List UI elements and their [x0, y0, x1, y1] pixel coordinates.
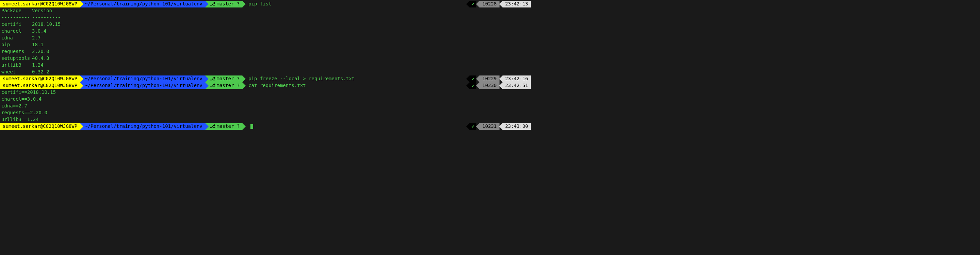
user-host-segment: sumeet.sarkar@C02Q10WJG8WP [0, 1, 80, 8]
arrow-icon [476, 1, 479, 8]
output-row: requests2.20.0 [0, 48, 531, 55]
col-package: setuptools [2, 55, 32, 62]
arrow-icon [242, 82, 246, 89]
arrow-icon [466, 1, 469, 8]
col-package: chardet [2, 28, 32, 35]
col-package: requests [2, 48, 32, 55]
command-text: pip freeze --local > requirements.txt [246, 76, 355, 82]
col-version: 1.24 [32, 62, 43, 69]
path-segment: ~/Personal/training/python-101/virtualen… [80, 76, 205, 82]
arrow-icon [499, 1, 503, 8]
output-row: requests==2.20.0 [0, 109, 531, 116]
git-branch-icon: ⎇ [210, 76, 215, 82]
arrow-icon [242, 76, 246, 82]
arrow-icon [242, 123, 246, 130]
col-package: wheel [2, 69, 32, 76]
status-check: ✔ [469, 82, 476, 89]
branch-segment: ⎇master ? [205, 82, 242, 89]
history-number: 10228 [479, 1, 499, 8]
command-text: cat requirements.txt [246, 82, 306, 89]
branch-segment: ⎇master ? [205, 1, 242, 8]
output-text: requests==2.20.0 [0, 109, 47, 116]
col-version: 0.32.2 [32, 69, 49, 76]
arrow-icon [205, 82, 208, 89]
status-right: ✔ 10229 23:42:16 [466, 76, 531, 82]
prompt-line[interactable]: sumeet.sarkar@C02Q10WJG8WP ~/Personal/tr… [0, 76, 531, 82]
timestamp: 23:42:51 [503, 82, 531, 89]
path-segment: ~/Personal/training/python-101/virtualen… [80, 82, 205, 89]
col-package: urllib3 [2, 62, 32, 69]
status-check: ✔ [469, 123, 476, 130]
arrow-icon [205, 1, 208, 8]
command-text: pip list [246, 1, 271, 8]
status-right: ✔ 10228 23:42:13 [466, 1, 531, 8]
arrow-icon [476, 82, 479, 89]
timestamp: 23:43:00 [503, 123, 531, 130]
col-package: pip [2, 41, 32, 48]
output-text: idna==2.7 [0, 103, 27, 109]
arrow-icon [499, 76, 503, 82]
output-row: chardet==3.0.4 [0, 96, 531, 103]
user-host-segment: sumeet.sarkar@C02Q10WJG8WP [0, 82, 80, 89]
branch-label: master ? [217, 82, 240, 89]
status-check: ✔ [469, 1, 476, 8]
arrow-icon [499, 82, 503, 89]
cursor-icon [250, 124, 253, 129]
col-version: 2.7 [32, 35, 40, 41]
arrow-icon [499, 123, 503, 130]
arrow-icon [80, 82, 83, 89]
user-host-segment: sumeet.sarkar@C02Q10WJG8WP [0, 123, 80, 130]
arrow-icon [466, 123, 469, 130]
output-text: urllib3==1.24 [0, 116, 39, 123]
output-row: chardet3.0.4 [0, 28, 531, 35]
output-row: pip18.1 [0, 41, 531, 48]
prompt-line[interactable]: sumeet.sarkar@C02Q10WJG8WP ~/Personal/tr… [0, 1, 531, 8]
output-row: certifi2018.10.15 [0, 21, 531, 28]
arrow-icon [205, 76, 208, 82]
arrow-icon [80, 123, 83, 130]
output-row: certifi==2018.10.15 [0, 89, 531, 96]
path-segment: ~/Personal/training/python-101/virtualen… [80, 123, 205, 130]
arrow-icon [476, 123, 479, 130]
git-branch-icon: ⎇ [210, 123, 215, 130]
col-package: ---------- [2, 14, 32, 21]
col-version: 2018.10.15 [32, 21, 60, 28]
col-version: 18.1 [32, 41, 43, 48]
status-right: ✔ 10230 23:42:51 [466, 82, 531, 89]
git-branch-icon: ⎇ [210, 82, 215, 89]
col-package: Package [2, 8, 32, 14]
path-segment: ~/Personal/training/python-101/virtualen… [80, 1, 205, 8]
arrow-icon [476, 76, 479, 82]
col-version: ---------- [32, 14, 60, 21]
col-version: Version [32, 8, 52, 14]
col-version: 2.20.0 [32, 48, 49, 55]
col-package: idna [2, 35, 32, 41]
arrow-icon [242, 1, 246, 8]
command-input[interactable] [246, 123, 253, 130]
history-number: 10231 [479, 123, 499, 130]
branch-label: master ? [217, 123, 240, 130]
output-row: wheel0.32.2 [0, 69, 531, 76]
arrow-icon [466, 82, 469, 89]
branch-label: master ? [217, 1, 240, 8]
history-number: 10230 [479, 82, 499, 89]
status-check: ✔ [469, 76, 476, 82]
output-text: certifi==2018.10.15 [0, 89, 56, 96]
timestamp: 23:42:16 [503, 76, 531, 82]
arrow-icon [80, 76, 83, 82]
output-row: urllib3==1.24 [0, 116, 531, 123]
branch-label: master ? [217, 76, 240, 82]
arrow-icon [80, 1, 83, 8]
output-row: setuptools40.4.3 [0, 55, 531, 62]
prompt-line[interactable]: sumeet.sarkar@C02Q10WJG8WP ~/Personal/tr… [0, 82, 531, 89]
history-number: 10229 [479, 76, 499, 82]
prompt-line-current[interactable]: sumeet.sarkar@C02Q10WJG8WP ~/Personal/tr… [0, 123, 531, 130]
output-row: idna2.7 [0, 35, 531, 41]
arrow-icon [466, 76, 469, 82]
user-host-segment: sumeet.sarkar@C02Q10WJG8WP [0, 76, 80, 82]
output-row: idna==2.7 [0, 103, 531, 109]
arrow-icon [205, 123, 208, 130]
col-version: 3.0.4 [32, 28, 46, 35]
branch-segment: ⎇master ? [205, 76, 242, 82]
col-package: certifi [2, 21, 32, 28]
